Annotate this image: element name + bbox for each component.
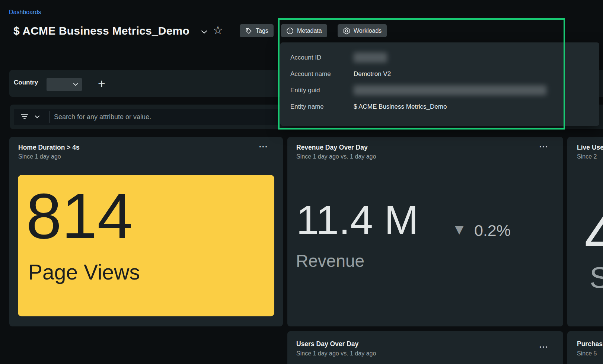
metric-label: Page Views [28,260,140,284]
favorite-star-icon[interactable]: ☆ [213,24,223,36]
add-filter-button[interactable]: + [94,77,109,90]
card-purchases: Purchas Since 5 [567,331,603,364]
select-chevron-down-icon [73,83,78,86]
metadata-label: Account ID [290,54,321,61]
metadata-label: Entity name [290,103,324,111]
card-menu-button[interactable]: ... [539,141,548,149]
tags-button[interactable]: Tags [240,24,274,37]
metric-value: 814 [26,182,133,250]
country-select[interactable] [47,78,82,91]
card-subtitle: Since 1 day ago vs. 1 day ago [296,350,376,357]
card-menu-button[interactable]: ... [259,141,268,149]
metric-value: 4 [584,204,603,265]
card-revenue-day-over-day: Revenue Day Over Day Since 1 day ago vs.… [287,137,563,326]
metadata-value: Demotron V2 [354,70,391,78]
filter-toggle-button[interactable] [19,109,50,125]
page-title: $ ACME Business Metrics_Demo [13,25,189,37]
metric-label: S [590,263,603,293]
card-subtitle: Since 5 [577,350,597,357]
metadata-value: $ ACME Business Metrics_Demo [354,103,447,111]
tags-button-label: Tags [256,28,268,34]
metadata-button[interactable]: Metadata [281,24,327,37]
title-chevron-down-icon[interactable] [201,30,207,34]
card-users-day-over-day: Users Day Over Day Since 1 day ago vs. 1… [287,331,563,364]
metadata-label: Entity guid [290,87,320,94]
metadata-label: Account name [290,70,331,78]
filter-country-label: Country [14,79,38,86]
filter-funnel-icon [20,114,29,120]
card-title: Revenue Day Over Day [296,144,368,151]
card-title: Live Use [577,144,603,151]
card-live-users: Live Use Since 2 4 S [567,137,603,326]
workloads-button-label: Workloads [354,28,382,34]
card-home-duration: Home Duration > 4s Since 1 day ago ... 8… [9,137,283,326]
tag-icon [245,27,252,35]
metadata-row-account-name: Account name Demotron V2 [280,66,599,83]
card-menu-button[interactable]: ... [539,341,548,349]
info-circle-icon [286,27,294,35]
filter-chevron-down-icon [35,115,40,119]
redacted-value-blur [354,85,546,95]
card-title: Home Duration > 4s [18,144,80,151]
triangle-down-icon: ▼ [452,222,467,237]
search-divider [50,111,50,123]
metadata-row-entity-name: Entity name $ ACME Business Metrics_Demo [280,99,599,115]
redacted-value-blur [354,52,387,63]
metric-delta: 0.2% [474,223,511,239]
card-title: Users Day Over Day [296,340,358,348]
card-subtitle: Since 1 day ago [18,153,61,160]
metric-value: 11.4 M [296,199,418,240]
metric-label: Revenue [296,252,364,269]
card-subtitle: Since 1 day ago vs. 1 day ago [296,153,376,160]
workloads-hexagon-icon [343,27,350,35]
card-subtitle: Since 2 [577,153,597,160]
metadata-row-entity-guid: Entity guid [280,83,599,99]
dashboard-page: Dashboards $ ACME Business Metrics_Demo … [0,0,603,364]
metadata-button-label: Metadata [297,28,322,34]
card-title: Purchas [577,340,603,348]
breadcrumb-dashboards-link[interactable]: Dashboards [9,9,41,16]
workloads-button[interactable]: Workloads [338,24,387,37]
metadata-row-account-id: Account ID [280,50,599,66]
metadata-panel: Account ID Account name Demotron V2 Enti… [280,42,599,126]
billboard-page-views: 814 Page Views [18,175,274,316]
